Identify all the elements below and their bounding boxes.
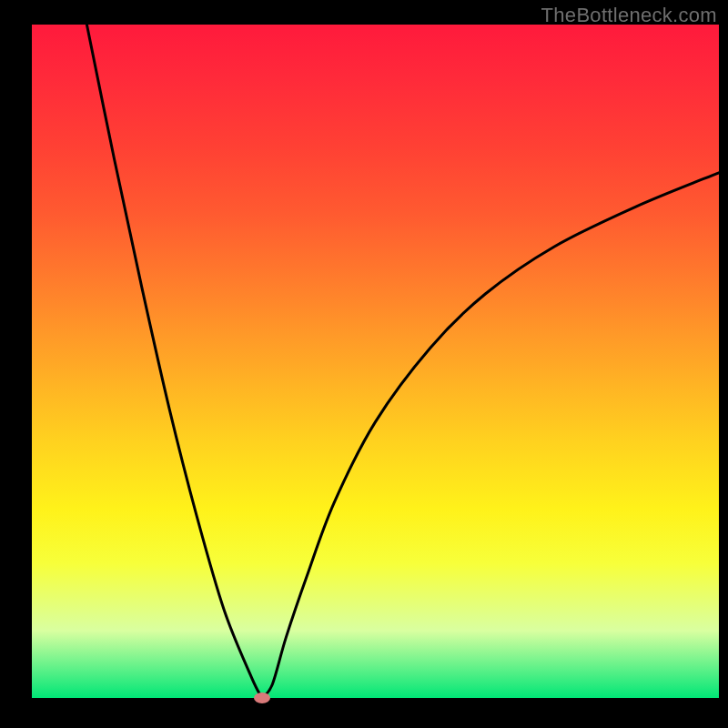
bottleneck-curve bbox=[32, 25, 719, 698]
chart-frame: TheBottleneck.com bbox=[0, 0, 728, 728]
curve-path bbox=[86, 25, 719, 698]
attribution-text: TheBottleneck.com bbox=[541, 4, 717, 27]
minimum-marker bbox=[254, 693, 270, 703]
plot-area bbox=[32, 25, 719, 698]
